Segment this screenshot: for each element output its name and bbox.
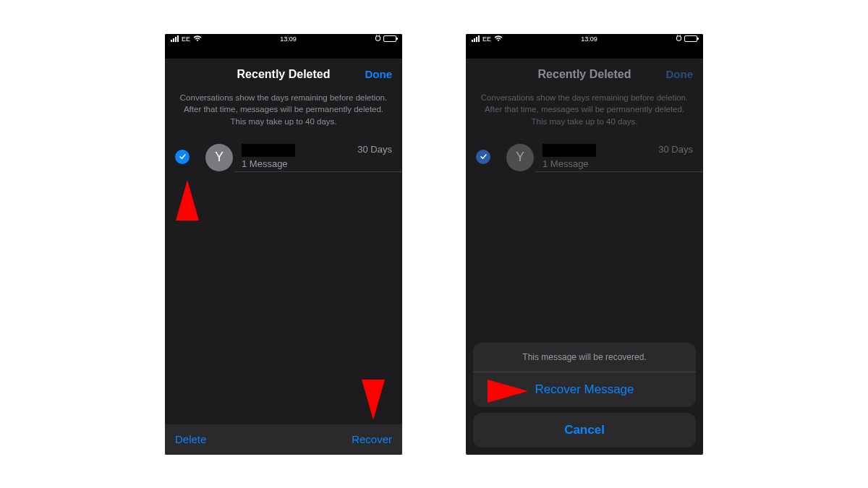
wifi-icon [494,35,503,42]
header-description: Conversations show the days remaining be… [466,90,703,138]
phone-screenshot-left: EE 13:09 Recently Deleted Done Conversat… [165,34,402,455]
signal-icon [472,35,480,42]
modal-backdrop-top [165,44,402,59]
contact-name-redacted [242,144,295,157]
status-bar: EE 13:09 [466,34,703,44]
status-bar: EE 13:09 [165,34,402,44]
svg-line-2 [379,35,380,35]
page-title: Recently Deleted [538,68,631,81]
alarm-icon [375,35,381,43]
battery-icon [684,35,697,42]
days-remaining-label: 30 Days [357,144,392,155]
recover-message-button[interactable]: Recover Message [473,372,696,407]
svg-marker-4 [362,380,385,420]
cancel-button[interactable]: Cancel [473,413,696,448]
message-count-label: 1 Message [242,158,402,169]
svg-line-7 [680,35,681,35]
message-count-label: 1 Message [542,158,703,169]
svg-point-0 [375,36,380,40]
nav-bar: Recently Deleted Done [466,59,703,90]
conversation-row[interactable]: 30 Days Y 1 Message [466,140,703,172]
conversation-row[interactable]: 30 Days Y 1 Message [165,140,402,172]
action-sheet: This message will be recovered. Recover … [473,343,696,448]
clock-label: 13:09 [280,35,297,43]
contact-name-redacted [542,144,596,157]
done-button[interactable]: Done [666,68,694,80]
toolbar: Delete Recover [165,424,402,455]
header-description: Conversations show the days remaining be… [165,90,402,138]
clock-label: 13:09 [581,35,597,43]
battery-icon [383,35,396,42]
delete-button[interactable]: Delete [175,433,206,445]
days-remaining-label: 30 Days [658,144,693,155]
signal-icon [171,35,179,42]
svg-marker-3 [176,180,199,221]
selection-check-icon[interactable] [476,150,490,164]
modal-backdrop-top [466,44,703,59]
annotation-arrow-down [362,380,385,420]
alarm-icon [676,35,682,43]
annotation-arrow-up [176,180,199,221]
carrier-label: EE [182,35,190,43]
svg-line-6 [677,35,678,35]
carrier-label: EE [482,35,491,43]
svg-point-5 [676,36,681,40]
phone-screenshot-right: EE 13:09 Recently Deleted Done Conversat… [466,34,703,455]
page-title: Recently Deleted [237,68,331,81]
action-sheet-header: This message will be recovered. [473,343,696,372]
nav-bar: Recently Deleted Done [165,59,402,90]
avatar: Y [506,144,534,171]
wifi-icon [193,35,202,42]
selection-check-icon[interactable] [175,150,190,164]
avatar: Y [205,144,233,171]
done-button[interactable]: Done [365,68,393,80]
recover-button[interactable]: Recover [352,433,392,445]
svg-line-1 [376,35,377,35]
